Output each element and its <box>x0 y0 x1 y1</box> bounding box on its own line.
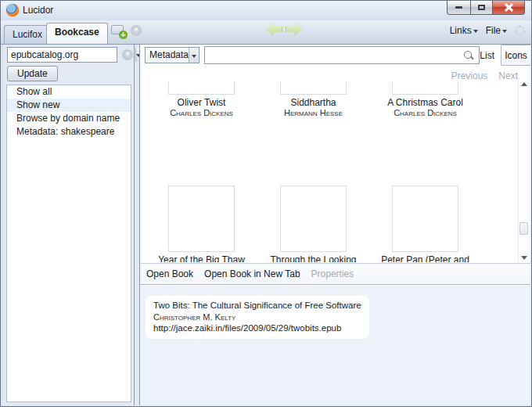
book-cover <box>392 185 458 252</box>
book-title: Peter Pan (Peter and Wendy) <box>369 254 481 262</box>
open-book-new-tab-link[interactable]: Open Book in New Tab <box>204 268 300 279</box>
links-menu[interactable]: Links <box>450 25 478 36</box>
maximize-icon <box>478 5 485 10</box>
scroll-up-icon[interactable] <box>519 79 529 88</box>
book-cover <box>280 185 347 252</box>
book-item[interactable]: A Christmas Carol Charles Dickens <box>369 82 481 118</box>
book-title: Oliver Twist <box>146 97 257 108</box>
scrollbar-thumb[interactable] <box>519 222 528 235</box>
book-item[interactable]: Oliver Twist Charles Dickens <box>146 82 257 118</box>
action-row: Open Book Open Book in New Tab Propertie… <box>140 263 530 285</box>
lucidor-window: Lucidor Lucifox Bookcase Links File <box>0 0 532 407</box>
triangle-down-icon <box>521 256 527 260</box>
book-author: Hermann Hesse <box>257 108 369 118</box>
list-item-show-new[interactable]: Show new <box>7 99 131 112</box>
list-item-browse-domain[interactable]: Browse by domain name <box>7 112 131 125</box>
filter-dropdown-button[interactable] <box>189 48 199 63</box>
pager: Previous Next <box>451 70 518 81</box>
grid-scrollbar[interactable] <box>518 79 529 262</box>
forward-arrow-icon[interactable] <box>286 23 302 36</box>
book-author: Charles Dickens <box>146 108 257 118</box>
book-item[interactable]: Year of the Big Thaw Marion Zimmer Bradl… <box>146 185 257 262</box>
filter-combobox[interactable]: Metadata <box>145 47 200 63</box>
book-title: A Christmas Carol <box>369 97 481 108</box>
sidebar: Update Show all Show new Browse by domai… <box>3 45 135 405</box>
previous-link[interactable]: Previous <box>451 70 488 81</box>
book-item[interactable]: Through the Looking Glass (And Wh... Lew… <box>257 185 369 262</box>
book-title: Siddhartha <box>257 97 369 108</box>
chevron-down-icon <box>192 55 196 58</box>
book-item[interactable]: Siddhartha Hermann Hesse <box>257 82 369 118</box>
triangle-up-icon <box>521 82 527 86</box>
clear-catalog-icon[interactable] <box>122 49 133 60</box>
selected-book-author: Christopher M. Kelty <box>153 312 361 322</box>
catalog-views-list: Show all Show new Browse by domain name … <box>6 85 131 402</box>
spinner-icon <box>515 26 525 36</box>
navigation-arrows <box>266 23 302 36</box>
next-link[interactable]: Next <box>498 70 518 81</box>
book-item[interactable]: Peter Pan (Peter and Wendy) J.M. Barrie <box>369 185 481 262</box>
book-pane: Metadata List Icons Previous Next Oliver… <box>139 45 530 405</box>
menu-area: Links File <box>450 25 525 36</box>
close-tab-icon[interactable] <box>131 25 142 36</box>
firefox-app-icon <box>6 4 19 16</box>
view-icons-button[interactable]: Icons <box>501 45 530 66</box>
book-grid: Oliver Twist Charles Dickens Siddhartha … <box>140 82 517 262</box>
book-detail-panel: Two Bits: The Cultural Significance of F… <box>140 286 530 405</box>
title-bar: Lucidor <box>1 1 531 20</box>
selected-book-title: Two Bits: The Cultural Significance of F… <box>153 300 361 312</box>
selected-book-url: http://jace.zaiki.in/files/2009/05/29/tw… <box>153 322 361 334</box>
chevron-down-icon <box>502 30 507 33</box>
scroll-down-icon[interactable] <box>519 253 529 262</box>
catalog-input[interactable] <box>8 48 135 62</box>
open-book-link[interactable]: Open Book <box>146 268 193 279</box>
book-cover <box>168 185 235 252</box>
view-list-button[interactable]: List <box>480 50 494 61</box>
close-icon <box>505 3 513 12</box>
tab-lucifox[interactable]: Lucifox <box>4 25 51 44</box>
links-menu-label: Links <box>450 25 472 36</box>
chevron-down-icon <box>473 30 478 33</box>
catalog-combobox[interactable] <box>7 47 117 63</box>
selected-book-card: Two Bits: The Cultural Significance of F… <box>146 296 369 339</box>
new-tab-icon[interactable] <box>111 25 124 34</box>
tab-strip: Lucifox Bookcase Links File <box>1 20 531 45</box>
file-menu-label: File <box>486 25 501 36</box>
window-title: Lucidor <box>23 5 53 16</box>
minimize-icon <box>455 6 462 9</box>
minimize-button[interactable] <box>447 1 470 15</box>
book-cover <box>392 82 458 95</box>
list-item-metadata-shakespeare[interactable]: Metadata: shakespeare <box>7 125 131 139</box>
search-input[interactable] <box>205 47 463 63</box>
file-menu[interactable]: File <box>486 25 507 36</box>
book-cover <box>168 82 235 95</box>
book-title: Through the Looking Glass (And Wh... <box>257 254 369 262</box>
main-content: Update Show all Show new Browse by domai… <box>3 45 530 405</box>
maximize-button[interactable] <box>470 1 492 15</box>
search-box <box>204 46 480 64</box>
book-cover <box>280 82 347 95</box>
back-arrow-icon[interactable] <box>266 23 282 36</box>
filter-value: Metadata <box>146 48 189 63</box>
close-button[interactable] <box>492 1 525 15</box>
tab-bookcase[interactable]: Bookcase <box>46 23 108 44</box>
book-title: Year of the Big Thaw <box>146 254 257 262</box>
list-item-show-all[interactable]: Show all <box>7 85 131 99</box>
properties-link: Properties <box>311 268 354 279</box>
search-icon[interactable] <box>463 50 474 61</box>
book-author: Charles Dickens <box>369 108 481 118</box>
update-button[interactable]: Update <box>7 66 58 81</box>
window-controls <box>447 1 525 15</box>
